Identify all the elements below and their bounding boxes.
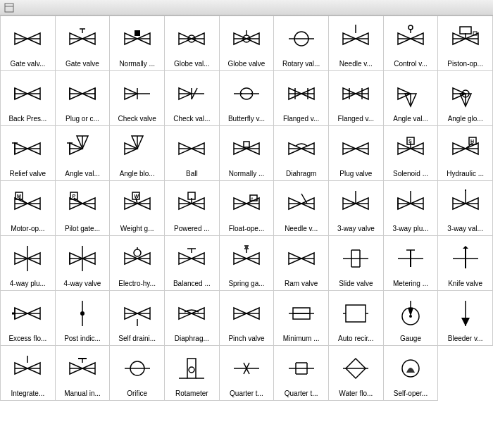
valve-cell-40[interactable]: Balanced ... xyxy=(165,236,220,291)
valve-label-44: Metering ... xyxy=(385,278,437,287)
valve-cell-42[interactable]: Ram valve xyxy=(274,236,329,291)
valve-label-1: Gate valv... xyxy=(2,58,54,68)
valve-cell-3[interactable]: Normally ... xyxy=(110,16,165,71)
rotary-valve-icon xyxy=(275,19,327,58)
valve-cell-52[interactable]: Auto recir... xyxy=(329,291,384,346)
plug-valve-2-icon xyxy=(330,129,382,168)
valve-cell-18[interactable]: Angle glo... xyxy=(438,71,493,126)
valve-cell-6[interactable]: Rotary val... xyxy=(274,16,329,71)
valve-cell-49[interactable]: Diaphrag... xyxy=(165,291,220,346)
valve-cell-37[interactable]: 4-way plu... xyxy=(1,236,56,291)
valve-cell-24[interactable]: Diahragm xyxy=(274,126,329,181)
valve-cell-36[interactable]: 3-way val... xyxy=(438,181,493,236)
ram-valve-icon xyxy=(275,239,327,278)
quarter-turn-1-icon xyxy=(221,349,273,388)
valve-cell-38[interactable]: 4-way valve xyxy=(56,236,111,291)
svg-text:P: P xyxy=(72,194,75,199)
valve-cell-28[interactable]: MMotor-op... xyxy=(1,181,56,236)
valve-cell-43[interactable]: Slide valve xyxy=(329,236,384,291)
valve-cell-14[interactable]: Butterfly v... xyxy=(220,71,275,126)
valve-cell-41[interactable]: Spring ga... xyxy=(220,236,275,291)
valve-cell-21[interactable]: Angle blo... xyxy=(110,126,165,181)
valve-cell-9[interactable]: +Piston-op... xyxy=(438,16,493,71)
valve-cell-62[interactable]: Self-oper... xyxy=(384,346,439,401)
water-flow-icon xyxy=(330,349,382,388)
slide-valve-icon xyxy=(330,239,382,278)
motor-valve-icon: M xyxy=(2,184,54,223)
valve-cell-7[interactable]: Needle v... xyxy=(329,16,384,71)
valve-cell-39[interactable]: Electro-hy... xyxy=(110,236,165,291)
minimum-flow-icon xyxy=(275,294,327,333)
valve-cell-2[interactable]: Gate valve xyxy=(56,16,111,71)
valve-label-17: Angle val... xyxy=(385,113,437,123)
valve-label-53: Gauge xyxy=(385,333,437,342)
svg-rect-99 xyxy=(244,142,249,147)
valve-cell-19[interactable]: Relief valve xyxy=(1,126,56,181)
valve-cell-35[interactable]: 3-way plu... xyxy=(384,181,439,236)
valve-cell-30[interactable]: WWeight g... xyxy=(110,181,165,236)
valve-cell-13[interactable]: Check val... xyxy=(165,71,220,126)
weight-gate-icon: W xyxy=(111,184,163,223)
valve-cell-8[interactable]: Control v... xyxy=(384,16,439,71)
valve-cell-12[interactable]: Check valve xyxy=(110,71,165,126)
valve-cell-32[interactable]: #Float-ope... xyxy=(220,181,275,236)
valve-cell-53[interactable]: Gauge xyxy=(384,291,439,346)
valve-cell-50[interactable]: Pinch valve xyxy=(220,291,275,346)
valve-label-49: Diaphrag... xyxy=(166,333,218,342)
valve-cell-34[interactable]: 3-way valve xyxy=(329,181,384,236)
valve-cell-51[interactable]: Minimum ... xyxy=(274,291,329,346)
valve-cell-57[interactable]: Orifice xyxy=(110,346,165,401)
valve-cell-46[interactable]: Excess flo... xyxy=(1,291,56,346)
valve-cell-54[interactable]: Bleeder v... xyxy=(438,291,493,346)
valve-label-51: Minimum ... xyxy=(275,333,327,342)
ball-valve-icon xyxy=(166,129,218,168)
valve-cell-55[interactable]: Integrate... xyxy=(1,346,56,401)
valve-cell-61[interactable]: Water flo... xyxy=(329,346,384,401)
valve-cell-27[interactable]: HHydraulic ... xyxy=(438,126,493,181)
valve-cell-31[interactable]: Powered ... xyxy=(165,181,220,236)
valve-label-10: Back Pres... xyxy=(2,113,54,123)
valve-cell-26[interactable]: SSolenoid ... xyxy=(384,126,439,181)
relief-valve-icon xyxy=(2,129,54,168)
svg-text:S: S xyxy=(408,139,412,144)
valve-label-24: Diahragm xyxy=(275,168,327,178)
valve-label-57: Orifice xyxy=(111,388,163,397)
svg-marker-228 xyxy=(461,318,470,326)
valve-cell-23[interactable]: Normally ... xyxy=(220,126,275,181)
valve-label-38: 4-way valve xyxy=(57,278,108,287)
valve-cell-16[interactable]: Flanged v... xyxy=(329,71,384,126)
metering-valve-icon xyxy=(385,239,437,278)
valve-cell-56[interactable]: Manual in... xyxy=(56,346,111,401)
auto-recir-icon xyxy=(330,294,382,333)
check-valve-2-icon xyxy=(166,74,218,113)
valve-label-20: Angle val... xyxy=(57,168,108,178)
valve-cell-29[interactable]: PPilot gate... xyxy=(56,181,111,236)
valve-cell-59[interactable]: Quarter t... xyxy=(220,346,275,401)
valve-cell-10[interactable]: Back Pres... xyxy=(1,71,56,126)
valve-grid: Gate valv...Gate valveNormally ...Globe … xyxy=(0,15,493,401)
valve-cell-44[interactable]: Metering ... xyxy=(384,236,439,291)
valve-cell-15[interactable]: Flanged v... xyxy=(274,71,329,126)
flanged-valve-2-icon xyxy=(330,74,382,113)
valve-cell-33[interactable]: Needle v... xyxy=(274,181,329,236)
valve-cell-17[interactable]: Angle val... xyxy=(384,71,439,126)
valve-cell-25[interactable]: Plug valve xyxy=(329,126,384,181)
valve-cell-11[interactable]: Plug or c... xyxy=(56,71,111,126)
hydraulic-valve-icon: H xyxy=(439,129,491,168)
valve-cell-20[interactable]: Angle val... xyxy=(56,126,111,181)
valve-cell-4[interactable]: Globe val... xyxy=(165,16,220,71)
valve-cell-1[interactable]: Gate valv... xyxy=(1,16,56,71)
valve-cell-58[interactable]: Rotameter xyxy=(165,346,220,401)
valve-label-16: Flanged v... xyxy=(330,113,382,123)
valve-cell-45[interactable]: Knife valve xyxy=(438,236,493,291)
valve-cell-22[interactable]: Ball xyxy=(165,126,220,181)
valve-cell-47[interactable]: Post indic... xyxy=(56,291,111,346)
valve-cell-60[interactable]: Quarter t... xyxy=(274,346,329,401)
valve-cell-5[interactable]: Globe valve xyxy=(220,16,275,71)
valve-cell-48[interactable]: Self draini... xyxy=(110,291,165,346)
svg-point-176 xyxy=(134,249,141,256)
svg-rect-220 xyxy=(346,305,366,322)
needle-valve-2-icon xyxy=(275,184,327,223)
balanced-valve-icon xyxy=(166,239,218,278)
valve-label-35: 3-way plu... xyxy=(385,223,437,232)
